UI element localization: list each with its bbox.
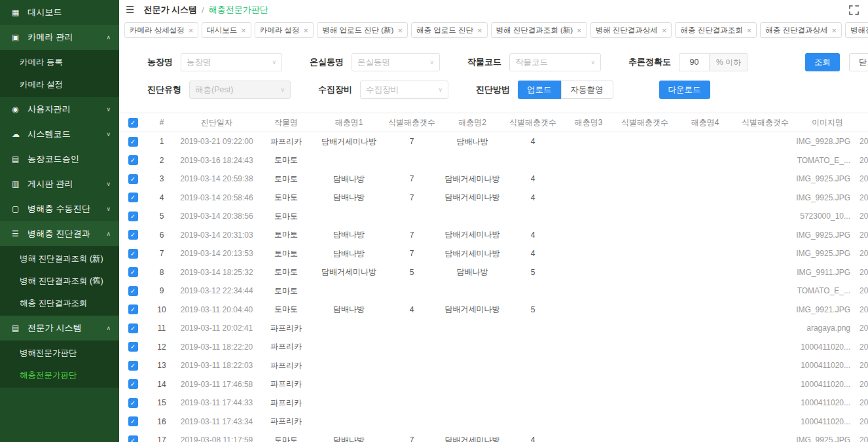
- sidebar-subitem[interactable]: 병해전문가판단: [0, 342, 119, 364]
- table-row-7[interactable]: ✓72019-03-14 20:13:53토마토담배나방7담배거세미나방4IMG…: [119, 244, 868, 263]
- greenhouse-select[interactable]: 온실동명 ∨: [352, 53, 440, 71]
- table-row-3[interactable]: ✓32019-03-14 20:59:38토마토담배나방7담배거세미나방4IMG…: [119, 170, 868, 189]
- method-segmented-control: 업로드 자동촬영: [518, 81, 613, 99]
- tab-2[interactable]: 카메라 설정×: [255, 22, 314, 38]
- row-checkbox[interactable]: ✓: [128, 267, 138, 277]
- sidebar-item-1[interactable]: ▣카메라 관리∧: [0, 25, 119, 50]
- tab-close-icon[interactable]: ×: [189, 26, 194, 35]
- tab-close-icon[interactable]: ×: [397, 26, 403, 35]
- sidebar-subitem[interactable]: 병해 진단결과조회 (舊): [0, 270, 119, 292]
- row-checkbox[interactable]: ✓: [128, 361, 138, 371]
- tab-4[interactable]: 해충 업로드 진단×: [411, 22, 487, 38]
- tab-close-icon[interactable]: ×: [577, 26, 582, 35]
- table-row-16[interactable]: ✓162019-03-11 17:43:34파프리카1000411020...2…: [119, 413, 868, 432]
- sidebar-item-7[interactable]: ☰병해충 진단결과∧: [0, 221, 119, 246]
- table-row-2[interactable]: ✓22019-03-16 18:24:43토마토TOMATO_E_...2019: [119, 151, 868, 170]
- download-button[interactable]: 다운로드: [659, 81, 710, 99]
- sidebar-item-0[interactable]: ▦대시보드: [0, 0, 119, 25]
- sidebar-subitem[interactable]: 해충 진단결과조회: [0, 292, 119, 314]
- table-row-11[interactable]: ✓112019-03-11 20:02:41파프리카aragaya.png201…: [119, 319, 868, 338]
- row-checkbox[interactable]: ✓: [128, 398, 138, 408]
- table-row-10[interactable]: ✓102019-03-11 20:04:40토마토담배나방4담배거세미나방5IM…: [119, 301, 868, 320]
- tab-6[interactable]: 병해 진단결과상세×: [590, 22, 672, 38]
- table-row-14[interactable]: ✓142019-03-11 17:46:58파프리카1000411020...2…: [119, 375, 868, 394]
- table-row-8[interactable]: ✓82019-03-14 18:25:32토마토담배거세미나방5담배나방5IMG…: [119, 263, 868, 282]
- table-row-5[interactable]: ✓52019-03-14 20:38:56토마토5723000_10...201…: [119, 207, 868, 226]
- method-auto-button[interactable]: 자동촬영: [561, 81, 613, 99]
- sidebar-submenu: 병해전문가판단해충전문가판단: [0, 341, 119, 388]
- row-checkbox[interactable]: ✓: [128, 174, 138, 184]
- close-button[interactable]: 닫기: [849, 53, 868, 71]
- cell-r10-c1: 2019-03-11 20:04:40: [177, 305, 257, 314]
- hamburger-menu-icon[interactable]: ☰: [126, 4, 134, 16]
- row-checkbox[interactable]: ✓: [128, 379, 138, 389]
- sidebar-item-3[interactable]: ☁시스템코드∨: [0, 122, 119, 147]
- row-checkbox[interactable]: ✓: [128, 193, 138, 202]
- farm-name-select[interactable]: 농장명 ∨: [181, 53, 282, 71]
- tab-8[interactable]: 해충 진단결과상세×: [760, 22, 842, 38]
- tab-close-icon[interactable]: ×: [831, 26, 837, 35]
- table-row-13[interactable]: ✓132019-03-11 18:22:03파프리카1000411020...2…: [119, 356, 868, 375]
- cell-r11-c11: aragaya.png: [795, 323, 859, 333]
- fullscreen-icon[interactable]: [849, 5, 859, 15]
- tab-5[interactable]: 병해 진단결과조회 (新)×: [491, 22, 587, 38]
- row-checkbox[interactable]: ✓: [128, 286, 138, 296]
- row-checkbox[interactable]: ✓: [128, 212, 138, 221]
- cell-r2-c0: 2: [147, 156, 177, 165]
- accuracy-input[interactable]: [679, 53, 709, 71]
- sidebar-subitem[interactable]: 카메라 설정: [0, 73, 119, 96]
- search-button[interactable]: 조회: [805, 53, 840, 71]
- row-checkbox[interactable]: ✓: [128, 304, 138, 314]
- table-row-4[interactable]: ✓42019-03-14 20:58:46토마토담배나방7담배거세미나방4IMG…: [119, 189, 868, 208]
- sidebar-subitem[interactable]: 해충전문가판단: [0, 364, 119, 386]
- sidebar-item-5[interactable]: ▥게시판 관리∨: [0, 172, 119, 196]
- tab-9[interactable]: 병해전문가판단×: [845, 22, 868, 38]
- camera-icon: ▣: [12, 33, 27, 42]
- tab-close-icon[interactable]: ×: [477, 26, 482, 35]
- cell-r7-c2: 토마토: [257, 248, 316, 259]
- tab-close-icon[interactable]: ×: [241, 26, 246, 35]
- row-checkbox[interactable]: ✓: [128, 155, 138, 165]
- table-row-12[interactable]: ✓122019-03-11 18:22:20파프리카1000411020...2…: [119, 338, 868, 357]
- tab-label: 병해전문가판단: [850, 26, 868, 35]
- sidebar-item-4[interactable]: ▤농장코드승인: [0, 147, 119, 172]
- method-upload-button[interactable]: 업로드: [518, 81, 561, 99]
- cell-r4-c1: 2019-03-14 20:58:46: [177, 193, 257, 202]
- sidebar-item-2[interactable]: ◉사용자관리∨: [0, 97, 119, 122]
- row-checkbox-cell: ✓: [119, 174, 147, 184]
- diagnosis-type-select[interactable]: 해충(Pest) ∨: [189, 81, 291, 99]
- tab-close-icon[interactable]: ×: [662, 26, 667, 35]
- sidebar-item-6[interactable]: ▢병해충 수동진단∨: [0, 196, 119, 221]
- tab-7[interactable]: 해충 진단결과조회×: [675, 22, 757, 38]
- cell-r3-c11: IMG_9925.JPG: [795, 174, 859, 183]
- tab-1[interactable]: 대시보드×: [202, 22, 251, 38]
- breadcrumb-current: 해충전문가판단: [209, 4, 268, 16]
- cell-r8-c3: 담배거세미나방: [316, 267, 382, 278]
- sidebar-item-8[interactable]: ▤전문가 시스템∧: [0, 316, 119, 341]
- row-checkbox[interactable]: ✓: [128, 323, 138, 333]
- tab-3[interactable]: 병해 업로드 진단 (新)×: [317, 22, 408, 38]
- cell-r1-c5: 담배나방: [441, 136, 503, 147]
- cell-r17-c6: 4: [503, 435, 562, 442]
- row-checkbox[interactable]: ✓: [128, 342, 138, 352]
- table-row-6[interactable]: ✓62019-03-14 20:31:03토마토담배나방7담배거세미나방4IMG…: [119, 226, 868, 245]
- tab-0[interactable]: 카메라 상세설정×: [124, 22, 198, 38]
- row-checkbox[interactable]: ✓: [128, 249, 138, 259]
- row-checkbox[interactable]: ✓: [128, 416, 138, 426]
- tab-close-icon[interactable]: ×: [304, 26, 309, 35]
- sidebar-subitem[interactable]: 병해 진단결과조회 (新): [0, 248, 119, 270]
- crop-code-select[interactable]: 작물코드 ∨: [509, 53, 601, 71]
- row-checkbox[interactable]: ✓: [128, 137, 138, 147]
- row-checkbox[interactable]: ✓: [128, 435, 138, 442]
- tab-close-icon[interactable]: ×: [747, 26, 752, 35]
- crop-code-label: 작물코드: [467, 56, 501, 68]
- table-row-1[interactable]: ✓12019-03-21 09:22:00파프리카담배거세미나방7담배나방4IM…: [119, 132, 868, 151]
- equipment-select[interactable]: 수집장비 ∨: [360, 81, 448, 99]
- app-root: ▦대시보드▣카메라 관리∧카메라 등록카메라 설정◉사용자관리∨☁시스템코드∨▤…: [0, 0, 868, 442]
- table-row-9[interactable]: ✓92019-03-12 22:34:44토마토TOMATO_E_...2019: [119, 282, 868, 301]
- sidebar-subitem[interactable]: 카메라 등록: [0, 51, 119, 73]
- select-all-checkbox[interactable]: ✓: [128, 118, 138, 128]
- row-checkbox[interactable]: ✓: [128, 230, 138, 240]
- table-row-15[interactable]: ✓152019-03-11 17:44:33파프리카1000411020...2…: [119, 394, 868, 413]
- table-row-17[interactable]: ✓172019-03-08 11:17:59토마토담배나방7담배거세미나방4IM…: [119, 431, 868, 442]
